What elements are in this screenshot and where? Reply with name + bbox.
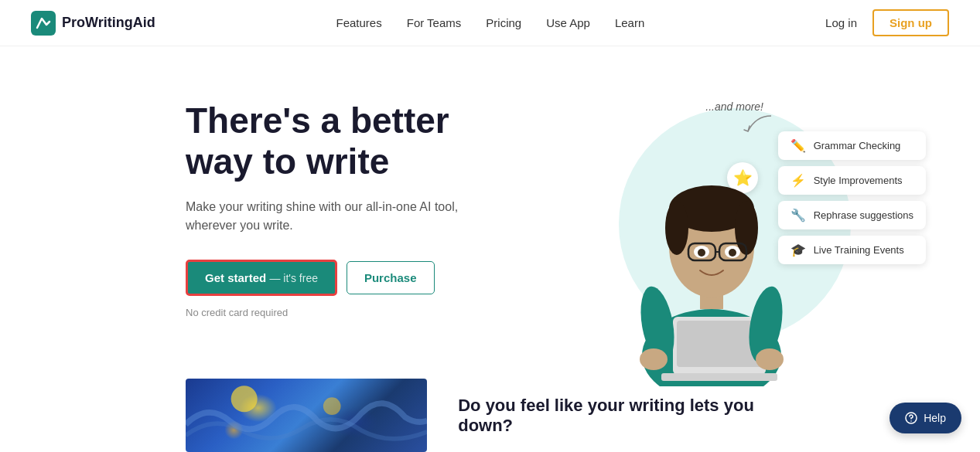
svg-point-5 <box>665 201 688 255</box>
rephrase-icon: 🔧 <box>790 208 806 223</box>
rephrase-label: Rephrase suggestions <box>814 209 913 221</box>
style-icon: ⚡ <box>790 173 806 188</box>
svg-point-20 <box>756 348 784 370</box>
hero-left: There's a better way to write Make your … <box>186 85 510 318</box>
logo-text: ProWritingAid <box>62 15 155 31</box>
get-started-label: Get started <box>205 271 266 284</box>
hero-subtitle: Make your writing shine with our all-in-… <box>186 198 510 235</box>
help-icon <box>905 412 917 424</box>
svg-point-19 <box>640 348 668 370</box>
feature-card-training: 🎓 Live Training Events <box>778 236 926 264</box>
feature-card-grammar: ✏️ Grammar Checking <box>778 131 926 160</box>
hero-right: ⭐ <box>526 85 949 410</box>
svg-point-12 <box>698 249 705 257</box>
help-button[interactable]: Help <box>890 403 961 433</box>
curved-arrow-decoration <box>732 112 779 143</box>
painting-background <box>186 379 427 452</box>
login-button[interactable]: Log in <box>825 16 857 29</box>
training-label: Live Training Events <box>814 244 904 256</box>
training-icon: 🎓 <box>790 243 806 257</box>
feature-card-rephrase: 🔧 Rephrase suggestions <box>778 201 926 229</box>
feature-card-style: ⚡ Style Improvements <box>778 166 926 195</box>
get-started-free-label: — it's free <box>269 272 318 284</box>
nav-use-app[interactable]: Use App <box>546 16 590 29</box>
nav-links: Features For Teams Pricing Use App Learn <box>336 16 645 29</box>
svg-rect-0 <box>31 11 56 36</box>
nav-learn[interactable]: Learn <box>615 16 644 29</box>
navbar-actions: Log in Sign up <box>825 9 949 36</box>
svg-point-13 <box>729 249 736 257</box>
and-more-label: ...and more! <box>705 100 763 113</box>
hero-title: There's a better way to write <box>186 100 510 182</box>
svg-rect-15 <box>677 321 762 367</box>
no-credit-text: No credit card required <box>186 307 510 318</box>
style-label: Style Improvements <box>814 175 903 186</box>
painting-preview <box>186 379 427 452</box>
bottom-question: Do you feel like your writing lets you d… <box>458 396 794 436</box>
swirls-svg <box>186 379 427 452</box>
logo[interactable]: ProWritingAid <box>31 11 155 36</box>
signup-button[interactable]: Sign up <box>872 9 949 36</box>
grammar-label: Grammar Checking <box>814 140 901 151</box>
nav-for-teams[interactable]: For Teams <box>407 16 462 29</box>
help-label: Help <box>924 412 946 424</box>
nav-features[interactable]: Features <box>336 16 382 29</box>
feature-cards: ✏️ Grammar Checking ⚡ Style Improvements… <box>778 131 926 264</box>
svg-point-24 <box>910 420 912 422</box>
get-started-button[interactable]: Get started — it's free <box>186 260 337 296</box>
grammar-icon: ✏️ <box>790 138 806 153</box>
svg-point-21 <box>231 386 258 412</box>
nav-pricing[interactable]: Pricing <box>486 16 521 29</box>
logo-icon <box>31 11 56 36</box>
hero-buttons: Get started — it's free Purchase <box>186 260 510 296</box>
navbar: ProWritingAid Features For Teams Pricing… <box>0 0 980 46</box>
purchase-button[interactable]: Purchase <box>347 261 435 294</box>
bottom-section: Do you feel like your writing lets you d… <box>0 379 980 452</box>
svg-point-22 <box>323 397 341 415</box>
